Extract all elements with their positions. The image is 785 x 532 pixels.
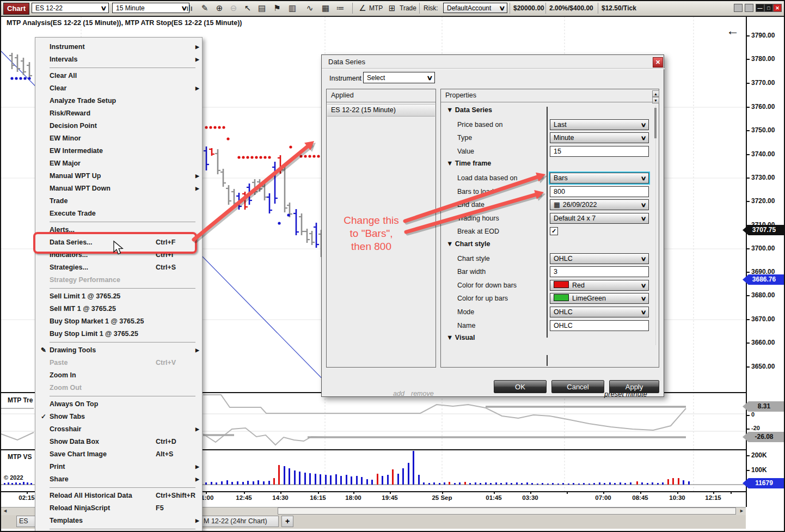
properties-scroll-track[interactable] xyxy=(655,106,656,345)
menu-item-decision-point[interactable]: Decision Point xyxy=(35,120,202,132)
checkbox-break-at-eod[interactable]: ✓ xyxy=(550,227,558,235)
section-visual[interactable]: ▼ Visual xyxy=(446,334,475,341)
menu-item-show-data-box[interactable]: Show Data BoxCtrl+D xyxy=(35,436,202,448)
menu-item-print[interactable]: Print▶ xyxy=(35,461,202,473)
script-icon[interactable]: ▦ xyxy=(319,2,332,14)
input-bars-to-load[interactable]: 800 xyxy=(550,186,649,197)
add-link[interactable]: add xyxy=(393,390,404,398)
select-mode[interactable]: OHLC∨ xyxy=(550,307,649,317)
cursor-icon[interactable]: ↖ xyxy=(241,2,254,14)
menu-item-zoom-out[interactable]: Zoom Out xyxy=(35,382,202,394)
menu-item-zoom-in[interactable]: Zoom In xyxy=(35,369,202,382)
close-button[interactable]: ✕ xyxy=(773,4,782,12)
property-divider xyxy=(547,160,548,245)
menu-item-always-on-top[interactable]: Always On Top xyxy=(35,398,202,411)
menu-item-templates[interactable]: Templates▶ xyxy=(35,515,202,527)
select-color-for-up-bars[interactable]: LimeGreen∨ xyxy=(550,293,649,304)
menu-item-intervals[interactable]: Intervals▶ xyxy=(35,53,202,66)
menu-item-strategy-performance[interactable]: Strategy Performance xyxy=(35,274,202,286)
axis-label: -20 xyxy=(751,425,760,431)
menu-item-sell-limit-1-3765-25[interactable]: Sell Limit 1 @ 3765.25 xyxy=(35,290,202,303)
menu-item-paste[interactable]: PasteCtrl+V xyxy=(35,357,202,369)
menu-item-label: Sell MIT 1 @ 3765.25 xyxy=(50,303,116,315)
menu-item-label: Always On Top xyxy=(50,398,98,411)
scrollbar-right-arrow-icon[interactable]: ► xyxy=(739,508,744,513)
instrument-combo[interactable]: ES 12-22 ∨ xyxy=(32,3,109,13)
bar-spacing-icon[interactable]: ılı xyxy=(183,2,196,14)
trade-label[interactable]: Trade xyxy=(400,4,416,12)
close-icon[interactable]: ✕ xyxy=(653,57,663,68)
menu-item-reload-ninjascript[interactable]: Reload NinjaScriptF5 xyxy=(35,502,202,515)
ok-button[interactable]: OK xyxy=(494,380,547,393)
menu-item-reload-all-historical-data[interactable]: Reload All Historical DataCtrl+Shift+R xyxy=(35,490,202,502)
menu-item-share[interactable]: Share▶ xyxy=(35,473,202,486)
menu-item-save-chart-image[interactable]: Save Chart ImageAlt+S xyxy=(35,448,202,461)
zoom-in-icon[interactable]: ⊕ xyxy=(213,2,226,14)
menu-item-trade[interactable]: Trade xyxy=(35,195,202,207)
dialog-instrument-select[interactable]: Select ∨ xyxy=(363,72,435,83)
order-flag-icon[interactable]: ⚑ xyxy=(271,2,284,14)
minimize-button[interactable]: — xyxy=(756,4,764,12)
select-color-for-down-bars[interactable]: Red∨ xyxy=(550,280,649,291)
properties-scroll-thumb[interactable] xyxy=(654,108,657,138)
menu-item-strategies[interactable]: Strategies...Ctrl+S xyxy=(35,261,202,274)
mtp-chart-icon[interactable]: ∠ xyxy=(356,2,369,14)
time-tick xyxy=(280,491,281,494)
remove-link[interactable]: remove xyxy=(411,390,434,398)
trade-grid-icon[interactable]: ⊞ xyxy=(385,2,398,14)
scrollbar-left-arrow-icon[interactable]: ◄ xyxy=(3,508,8,513)
maximize-button[interactable]: □ xyxy=(764,4,773,12)
menu-item-risk-reward[interactable]: Risk/Reward xyxy=(35,107,202,120)
scroll-up-icon[interactable]: ▲ xyxy=(652,90,659,97)
menu-item-ew-minor[interactable]: EW Minor xyxy=(35,132,202,145)
menu-item-crosshair[interactable]: Crosshair▶ xyxy=(35,423,202,436)
select-price-based-on[interactable]: Last∨ xyxy=(550,119,649,130)
mtp-label[interactable]: MTP xyxy=(369,4,383,12)
zigzag-icon[interactable]: ∿ xyxy=(303,2,316,14)
inactive-button-2[interactable] xyxy=(745,4,753,12)
menu-item-ew-major[interactable]: EW Major xyxy=(35,157,202,170)
time-axis-label: 19:45 xyxy=(382,494,397,501)
cancel-button[interactable]: Cancel xyxy=(551,380,604,393)
inactive-button-1[interactable] xyxy=(734,4,743,12)
menu-item-clear[interactable]: Clear▶ xyxy=(35,82,202,95)
menu-separator xyxy=(50,342,195,343)
menu-item-clear-all[interactable]: Clear All xyxy=(35,70,202,82)
menu-item-show-tabs[interactable]: ✓Show Tabs xyxy=(35,411,202,423)
time-tick xyxy=(530,491,531,494)
menu-item-drawing-tools[interactable]: ✎Drawing Tools▶ xyxy=(35,344,202,357)
price-axis-label: 3790.00 xyxy=(751,32,775,39)
menu-item-sell-mit-1-3765-25[interactable]: Sell MIT 1 @ 3765.25 xyxy=(35,303,202,315)
select-trading-hours[interactable]: Default 24 x 7∨ xyxy=(550,213,649,224)
list-icon[interactable]: ≔ xyxy=(334,2,347,14)
select-load-data-based-on[interactable]: Bars∨ xyxy=(550,173,649,184)
select-type[interactable]: Minute∨ xyxy=(550,132,649,143)
histogram-icon[interactable]: ▥ xyxy=(286,2,299,14)
menu-item-buy-stop-limit-1-3765-25[interactable]: Buy Stop Limit 1 @ 3765.25 xyxy=(35,328,202,340)
section-data-series[interactable]: ▼ Data Series xyxy=(446,106,492,114)
scrollbar-thumb[interactable] xyxy=(278,507,736,515)
select-chart-style[interactable]: OHLC∨ xyxy=(550,253,649,264)
account-combo[interactable]: DefaultAccount ∨ xyxy=(443,3,507,13)
add-tab-button[interactable]: + xyxy=(281,516,293,527)
menu-item-buy-stop-market-1-3765-25[interactable]: Buy Stop Market 1 @ 3765.25 xyxy=(35,315,202,328)
menu-item-ew-intermediate[interactable]: EW Intermediate xyxy=(35,145,202,157)
apply-button[interactable]: Apply xyxy=(609,380,659,393)
analyze-icon[interactable]: ▤ xyxy=(255,2,268,14)
menu-item-manual-wpt-up[interactable]: Manual WPT Up▶ xyxy=(35,170,202,182)
section-chart-style[interactable]: ▼ Chart style xyxy=(446,240,490,248)
scroll-left-arrow-icon[interactable]: ← xyxy=(726,23,739,38)
draw-icon[interactable]: ✎ xyxy=(198,2,211,14)
input-bar-width[interactable]: 3 xyxy=(550,266,649,277)
applied-series-item[interactable]: ES 12-22 (15 Minute) xyxy=(327,104,435,117)
interval-combo[interactable]: 15 Minute ∨ xyxy=(112,3,189,13)
select-end-date[interactable]: ▦26/09/2022∨ xyxy=(550,199,649,210)
input-name[interactable]: OHLC xyxy=(550,320,649,331)
menu-item-analyze-trade-setup[interactable]: Analyze Trade Setup xyxy=(35,95,202,107)
scroll-down-icon[interactable]: ▼ xyxy=(652,97,659,103)
menu-item-execute-trade[interactable]: Execute Trade xyxy=(35,207,202,220)
section-time-frame[interactable]: ▼ Time frame xyxy=(446,160,491,167)
menu-item-instrument[interactable]: Instrument▶ xyxy=(35,41,202,53)
menu-item-manual-wpt-down[interactable]: Manual WPT Down▶ xyxy=(35,182,202,195)
input-value[interactable]: 15 xyxy=(550,146,649,157)
